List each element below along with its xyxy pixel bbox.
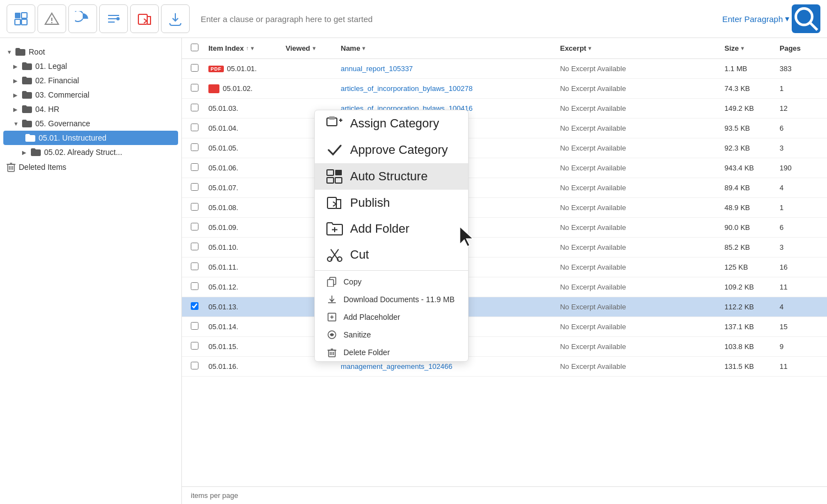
sort-dropdown-name[interactable]: ▾ xyxy=(362,45,365,51)
row-pages: 16 xyxy=(780,263,818,271)
row-checkbox[interactable] xyxy=(191,203,208,212)
ctx-delete-folder[interactable]: Delete Folder xyxy=(315,344,468,361)
ctx-assign-category[interactable]: Assign Category xyxy=(315,110,468,137)
table-row[interactable]: 05.01.12. ayment_agreement_2696 No Excer… xyxy=(182,277,827,297)
row-excerpt: No Excerpt Available xyxy=(560,84,724,93)
ctx-approve-category[interactable]: Approve Category xyxy=(315,137,468,163)
ctx-auto-structure[interactable]: Auto Structure xyxy=(315,163,468,190)
sidebar-item-already-struct[interactable]: ▶ 05.02. Already Struct... xyxy=(0,145,181,159)
table-row[interactable]: 05.01.15. management_agreements_102514 N… xyxy=(182,337,827,357)
select-all-checkbox[interactable] xyxy=(191,44,208,53)
sidebar-item-hr[interactable]: ▶ 04. HR xyxy=(0,102,181,116)
svg-point-11 xyxy=(796,8,812,25)
row-index: 05.01.06. xyxy=(208,164,286,172)
row-pages: 4 xyxy=(780,303,818,311)
row-size: 131.5 KB xyxy=(724,362,780,371)
sort-dropdown-viewed[interactable]: ▾ xyxy=(313,45,315,51)
col-header-size[interactable]: Size ▾ xyxy=(724,44,780,52)
row-checkbox[interactable] xyxy=(191,262,208,272)
col-header-excerpt[interactable]: Excerpt ▾ xyxy=(560,44,724,52)
ctx-add-placeholder[interactable]: Add Placeholder xyxy=(315,308,468,326)
sidebar-item-legal[interactable]: ▶ 01. Legal xyxy=(0,59,181,73)
row-excerpt: No Excerpt Available xyxy=(560,65,724,73)
add-folder-icon xyxy=(326,222,343,236)
table-row[interactable]: PDF 05.01.01. annual_report_105337 No Ex… xyxy=(182,59,827,79)
folder-icon xyxy=(22,105,32,113)
ctx-sanitize[interactable]: Sanitize xyxy=(315,326,468,344)
expand-collapse-button[interactable] xyxy=(7,4,35,33)
row-excerpt: No Excerpt Available xyxy=(560,263,724,271)
sidebar-item-root[interactable]: ▼ Root xyxy=(0,45,181,59)
row-checkbox[interactable] xyxy=(191,104,208,113)
row-checkbox[interactable] xyxy=(191,163,208,173)
row-checkbox[interactable] xyxy=(191,124,208,133)
row-name[interactable]: articles_of_incorporation_bylaws_100278 xyxy=(341,84,560,93)
row-checkbox[interactable] xyxy=(191,302,208,312)
row-name[interactable]: management_agreements_102466 xyxy=(341,362,560,371)
svg-rect-3 xyxy=(22,19,27,25)
table-row[interactable]: 05.01.02. articles_of_incorporation_byla… xyxy=(182,79,827,99)
download-button[interactable] xyxy=(161,4,190,33)
row-checkbox[interactable] xyxy=(191,243,208,252)
copy-icon xyxy=(326,277,338,287)
ctx-cut[interactable]: Cut xyxy=(315,242,468,268)
sort-dropdown-index[interactable]: ▾ xyxy=(251,45,254,51)
delete-folder-icon xyxy=(326,347,338,357)
table-row[interactable]: 05.01.09. ons_101092 No Excerpt Availabl… xyxy=(182,218,827,238)
row-name[interactable]: annual_report_105337 xyxy=(341,65,560,73)
enter-paragraph-button[interactable]: Enter Paragraph ▾ xyxy=(722,14,790,24)
folder-icon xyxy=(25,134,35,142)
list-filter-button[interactable] xyxy=(99,4,128,33)
chart-button[interactable] xyxy=(68,4,97,33)
row-checkbox[interactable] xyxy=(191,322,208,331)
row-pages: 3 xyxy=(780,144,818,152)
table-row[interactable]: 05.01.10. utions_101098 No Excerpt Avail… xyxy=(182,238,827,258)
ctx-publish[interactable]: Publish xyxy=(315,190,468,216)
row-excerpt: No Excerpt Available xyxy=(560,362,724,371)
ctx-copy[interactable]: Copy xyxy=(315,273,468,291)
search-button[interactable] xyxy=(792,4,820,33)
row-checkbox[interactable] xyxy=(191,143,208,153)
ctx-download[interactable]: Download Documents - 11.9 MB xyxy=(315,291,468,308)
row-checkbox[interactable] xyxy=(191,362,208,371)
row-pages: 11 xyxy=(780,362,818,371)
publish-menu-icon xyxy=(326,195,343,211)
table-row[interactable]: 05.01.16. management_agreements_102466 N… xyxy=(182,357,827,377)
sidebar-item-financial[interactable]: ▶ 02. Financial xyxy=(0,73,181,88)
table-row[interactable]: 05.01.07. ons_101074 No Excerpt Availabl… xyxy=(182,178,827,198)
col-header-viewed[interactable]: Viewed ▾ xyxy=(286,44,341,52)
table-row[interactable]: 05.01.13. management_agreements_102646 N… xyxy=(182,297,827,317)
row-checkbox[interactable] xyxy=(191,282,208,292)
search-input[interactable] xyxy=(201,8,711,29)
row-checkbox[interactable] xyxy=(191,84,208,93)
publish-button[interactable] xyxy=(130,4,159,33)
table-row[interactable]: 05.01.11. ent_agreement_1206 No Excerpt … xyxy=(182,258,827,277)
sort-dropdown-excerpt[interactable]: ▾ xyxy=(588,45,591,51)
table-row[interactable]: 05.01.03. articles_of_incorporation_byla… xyxy=(182,99,827,119)
row-checkbox[interactable] xyxy=(191,223,208,232)
sidebar-item-governance[interactable]: ▼ 05. Governance xyxy=(0,116,181,131)
sidebar-item-unstructured[interactable]: 05.01. Unstructured xyxy=(3,131,178,145)
warning-button[interactable] xyxy=(37,4,66,33)
row-pages: 1 xyxy=(780,203,818,212)
ctx-add-folder[interactable]: Add Folder xyxy=(315,216,468,242)
row-checkbox[interactable] xyxy=(191,342,208,351)
row-size: 92.3 KB xyxy=(724,144,780,152)
svg-rect-1 xyxy=(22,13,27,18)
context-menu[interactable]: Assign Category Approve Category xyxy=(314,110,469,362)
sort-dropdown-size[interactable]: ▾ xyxy=(741,45,744,51)
sidebar-item-deleted[interactable]: Deleted Items xyxy=(0,159,181,175)
table-row[interactable]: 05.01.08. ons_101088 No Excerpt Availabl… xyxy=(182,198,827,218)
add-placeholder-icon xyxy=(326,312,338,322)
row-checkbox[interactable] xyxy=(191,64,208,73)
table-row[interactable]: 05.01.06. ort_107938 No Excerpt Availabl… xyxy=(182,158,827,178)
table-row[interactable]: 05.01.14. management_agreements_102543 N… xyxy=(182,317,827,337)
table-row[interactable]: 05.01.04. es_of_incorporation_bylaws_100… xyxy=(182,119,827,138)
row-checkbox[interactable] xyxy=(191,183,208,192)
table-row[interactable]: 05.01.05. f_incorporation_bylaws_100920 … xyxy=(182,138,827,158)
sidebar-item-commercial[interactable]: ▶ 03. Commercial xyxy=(0,88,181,102)
row-pages: 12 xyxy=(780,104,818,112)
col-header-index[interactable]: Item Index ↑ ▾ xyxy=(208,44,286,52)
svg-rect-19 xyxy=(329,116,335,120)
col-header-name[interactable]: Name ▾ xyxy=(341,44,560,52)
